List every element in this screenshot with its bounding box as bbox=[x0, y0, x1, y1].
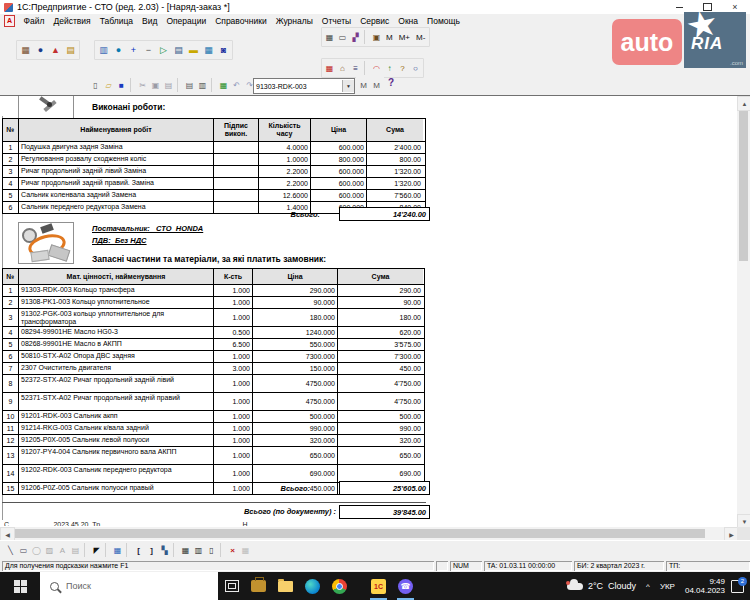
report-icon[interactable]: ▦ bbox=[18, 43, 33, 58]
tip-icon[interactable]: ↑ bbox=[383, 62, 396, 75]
table-cell: № bbox=[3, 269, 19, 284]
taskbar-app-chrome[interactable] bbox=[326, 572, 353, 600]
menu-item-журналы[interactable]: Журналы bbox=[271, 16, 317, 26]
journal-icon[interactable]: ▥ bbox=[96, 43, 111, 58]
calculator-icon[interactable]: ▦ bbox=[323, 62, 336, 75]
green-table-icon[interactable]: ▦ bbox=[217, 79, 230, 92]
chevron-down-icon[interactable]: ▼ bbox=[342, 80, 354, 92]
taskbar-app-explorer[interactable] bbox=[272, 572, 299, 600]
memory-button-М-[interactable]: М- bbox=[413, 33, 428, 42]
taskbar: Поиск 1С ☎ 2°C Cloudy ^ УКР 9:49 04.04.2… bbox=[0, 572, 750, 600]
horizontal-scroll-thumb[interactable] bbox=[15, 529, 705, 538]
diagram-tool-icon[interactable]: ▤ bbox=[69, 544, 82, 557]
menu-item-таблица[interactable]: Таблица bbox=[95, 16, 137, 26]
weather-cloud-icon[interactable] bbox=[567, 583, 583, 590]
section-icon[interactable]: ▚ bbox=[158, 544, 171, 557]
rect-tool-icon[interactable]: ▭ bbox=[17, 544, 30, 557]
menu-item-сервис[interactable]: Сервис bbox=[356, 16, 394, 26]
tray-chevron[interactable]: ^ bbox=[646, 582, 650, 591]
table-cell-icon[interactable]: ▯ bbox=[205, 544, 218, 557]
undo-icon[interactable]: ↶ bbox=[230, 79, 243, 92]
new-doc-icon[interactable]: ▯ bbox=[89, 79, 102, 92]
scroll-up-button[interactable]: ▲ bbox=[737, 96, 750, 111]
copy-icon[interactable]: ▣ bbox=[149, 79, 162, 92]
vertical-scroll-thumb[interactable] bbox=[739, 111, 748, 261]
weather-desc[interactable]: Cloudy bbox=[608, 581, 636, 591]
cut-icon[interactable]: ✂ bbox=[136, 79, 149, 92]
find-next-icon[interactable]: М bbox=[357, 79, 370, 92]
table-cell: 650.00 bbox=[338, 447, 423, 464]
table-icon[interactable]: ▦ bbox=[179, 544, 192, 557]
user-window-icon[interactable]: ▞ bbox=[349, 31, 362, 44]
open-folder-icon[interactable]: ▱ bbox=[102, 79, 115, 92]
table-cell: Сальник коленвала задний Замена bbox=[19, 190, 214, 201]
preview-icon[interactable]: ▥ bbox=[196, 79, 209, 92]
print-icon[interactable]: ▤ bbox=[183, 79, 196, 92]
menu-item-операции[interactable]: Операции bbox=[162, 16, 211, 26]
magnifier-icon[interactable]: ○ bbox=[409, 62, 422, 75]
memory-button-М+[interactable]: М+ bbox=[396, 33, 413, 42]
help-button[interactable]: ? bbox=[388, 77, 394, 88]
menu-item-справочники[interactable]: Справочники bbox=[211, 16, 272, 26]
tool-shape bbox=[47, 102, 52, 107]
memory-button-М[interactable]: М bbox=[383, 33, 396, 42]
sheet-icon[interactable]: ▬ bbox=[186, 43, 201, 58]
table-cell: 3 bbox=[3, 309, 19, 326]
taskbar-app-briefcase[interactable] bbox=[245, 572, 272, 600]
menu-item-файл[interactable]: Файл bbox=[19, 16, 49, 26]
system-tray: 2°C Cloudy ^ УКР 9:49 04.04.2023 2 bbox=[567, 572, 750, 600]
document-menu-icon[interactable]: A bbox=[4, 15, 15, 27]
globe-icon[interactable]: ● bbox=[33, 43, 48, 58]
language-indicator[interactable]: УКР bbox=[660, 582, 675, 591]
taskbar-clock[interactable]: 9:49 04.04.2023 bbox=[685, 577, 725, 595]
menu-item-действия[interactable]: Действия bbox=[49, 16, 95, 26]
text-tool-icon[interactable]: A bbox=[56, 544, 69, 557]
format-table-icon[interactable]: ▦ bbox=[239, 544, 252, 557]
line-tool-icon[interactable]: ╲ bbox=[4, 544, 17, 557]
table-header-icon[interactable]: ▥ bbox=[192, 544, 205, 557]
grid-tool-icon[interactable]: ▦ bbox=[111, 544, 124, 557]
table-cell: 500.00 bbox=[338, 411, 423, 422]
taskbar-app-1c[interactable]: 1С bbox=[365, 572, 392, 600]
delete-table-icon[interactable]: × bbox=[226, 544, 239, 557]
sphere-icon[interactable]: ● bbox=[111, 43, 126, 58]
catalog-icon[interactable]: ▤ bbox=[63, 43, 78, 58]
save-icon[interactable]: ■ bbox=[115, 79, 128, 92]
menu-item-отчеты[interactable]: Отчеты bbox=[317, 16, 355, 26]
menu-item-вид[interactable]: Вид bbox=[137, 16, 161, 26]
notification-center-button[interactable]: 2 bbox=[731, 580, 744, 593]
rainbow-icon[interactable]: ◠ bbox=[370, 62, 383, 75]
search-combobox[interactable]: 91303-RDK-003 ▼ bbox=[253, 78, 355, 94]
bracket-open-icon[interactable]: [ bbox=[132, 544, 145, 557]
chart-icon[interactable]: ▲ bbox=[48, 43, 63, 58]
paste-icon[interactable]: ▤ bbox=[162, 79, 175, 92]
tile-windows-icon[interactable]: ▦ bbox=[323, 31, 336, 44]
book-icon[interactable]: ▣ bbox=[370, 31, 383, 44]
table-cell: 2.2000 bbox=[259, 178, 311, 189]
bracket-close-icon[interactable]: ] bbox=[145, 544, 158, 557]
find-prev-icon[interactable]: М bbox=[370, 79, 383, 92]
taskbar-app-viber[interactable]: ☎ bbox=[392, 572, 419, 600]
find-doc-icon[interactable]: ▤ bbox=[171, 43, 186, 58]
notification-badge: 2 bbox=[738, 577, 747, 586]
task-view-button[interactable] bbox=[218, 572, 245, 600]
doc-arrow-icon[interactable]: ▷ bbox=[156, 43, 171, 58]
ellipse-tool-icon[interactable]: ◯ bbox=[30, 544, 43, 557]
table-blue-icon[interactable]: ▦ bbox=[201, 43, 216, 58]
add-icon[interactable]: + bbox=[126, 43, 141, 58]
weather-temp[interactable]: 2°C bbox=[588, 581, 603, 591]
cursor-tool-icon[interactable]: ◤ bbox=[90, 544, 103, 557]
window-icon[interactable]: ▭ bbox=[336, 31, 349, 44]
table-cell: 91201-RDK-003 Сальник акпп bbox=[19, 411, 214, 422]
coin-icon[interactable]: ? bbox=[396, 62, 409, 75]
list-icon[interactable]: ≡ bbox=[349, 62, 362, 75]
remove-icon[interactable]: − bbox=[141, 43, 156, 58]
taskbar-search-input[interactable]: Поиск bbox=[40, 572, 218, 600]
exit-icon[interactable]: ◙ bbox=[216, 43, 231, 58]
menu-item-помощь[interactable]: Помощь bbox=[423, 16, 465, 26]
start-button[interactable] bbox=[0, 572, 40, 600]
menu-item-окна[interactable]: Окна bbox=[394, 16, 423, 26]
taskbar-app-edge[interactable] bbox=[299, 572, 326, 600]
picture-tool-icon[interactable]: ▨ bbox=[43, 544, 56, 557]
home-icon[interactable]: ⌂ bbox=[336, 62, 349, 75]
